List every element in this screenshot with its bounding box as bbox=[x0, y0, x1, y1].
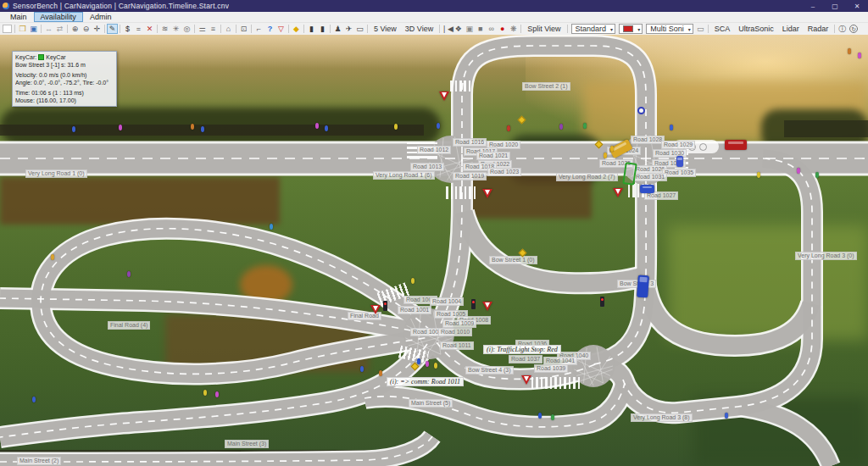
pedestrian-icon[interactable]: ♟ bbox=[332, 24, 343, 34]
toolbar-separator bbox=[330, 25, 331, 33]
keycar-location: Bow Street 3 [-1] s: 31.6 m bbox=[15, 61, 114, 69]
sensor-select[interactable]: Multi Soni▾ bbox=[646, 24, 693, 34]
road-label: Final Road (4) bbox=[108, 321, 150, 330]
lidar-button[interactable]: Lidar bbox=[778, 24, 804, 34]
toolbar-separator bbox=[14, 25, 15, 33]
toolbar-separator bbox=[367, 25, 368, 33]
junction-icon[interactable]: ✳ bbox=[170, 24, 181, 34]
pan-icon[interactable]: ✛ bbox=[92, 24, 103, 34]
barrier-icon[interactable]: ≋ bbox=[159, 24, 170, 34]
app-icon bbox=[3, 3, 9, 9]
key-car[interactable] bbox=[637, 275, 649, 298]
pedestrian bbox=[270, 224, 273, 230]
blank-box-icon[interactable] bbox=[3, 25, 12, 33]
pedestrian bbox=[191, 124, 194, 130]
map-viewport[interactable]: KeyCar:KeyCar Bow Street 3 [-1] s: 31.6 … bbox=[0, 35, 868, 466]
settings-icon[interactable]: ❋ bbox=[508, 24, 519, 34]
delete-icon[interactable]: ✕ bbox=[144, 24, 155, 34]
sync-icon[interactable]: ⇄ bbox=[54, 24, 65, 34]
undo-icon[interactable]: ↔ bbox=[43, 24, 54, 34]
menu-admin[interactable]: Admin bbox=[83, 12, 119, 22]
view-mode-select[interactable]: Standard▾ bbox=[571, 24, 616, 34]
roundabout-icon[interactable]: ◎ bbox=[181, 24, 192, 34]
green-outline-car[interactable] bbox=[622, 162, 637, 186]
record-icon[interactable]: ● bbox=[497, 24, 508, 34]
road-label: Road 1004 bbox=[430, 297, 464, 306]
blue-moto[interactable] bbox=[676, 156, 683, 167]
maximize-button[interactable]: ▢ bbox=[824, 0, 846, 12]
car-toggle-icon[interactable]: ▭ bbox=[695, 24, 706, 34]
close-button[interactable]: ✕ bbox=[846, 0, 868, 12]
query-icon[interactable]: ? bbox=[264, 24, 275, 34]
road-label: Road 1031 bbox=[633, 173, 667, 181]
color-select[interactable]: ▾ bbox=[619, 24, 643, 34]
detach-icon[interactable]: ∞ bbox=[486, 24, 497, 34]
split-view-button[interactable]: Split View bbox=[523, 24, 565, 34]
three-d-view-button[interactable]: 3D View bbox=[401, 24, 437, 34]
keycar-value: KeyCar bbox=[46, 54, 65, 60]
center-view-icon[interactable]: ❖ bbox=[453, 24, 464, 34]
yield-sign bbox=[439, 92, 449, 101]
frame-icon[interactable]: ⊡ bbox=[238, 24, 249, 34]
pedestrian bbox=[127, 271, 131, 277]
traffic-light-2-icon[interactable]: ▮ bbox=[317, 24, 328, 34]
lanes-icon[interactable]: ⚌ bbox=[197, 24, 208, 34]
road-label: Road 1029 bbox=[661, 141, 695, 149]
road-label: Very Long Road 1 (6) bbox=[373, 171, 435, 180]
radar-button[interactable]: Radar bbox=[804, 24, 833, 34]
pedestrian bbox=[315, 123, 319, 129]
history-icon[interactable]: ↻ bbox=[849, 25, 858, 33]
tree-band-right bbox=[761, 109, 868, 152]
cost-icon[interactable]: $ bbox=[122, 24, 133, 34]
plane-icon[interactable]: ✈ bbox=[343, 24, 354, 34]
five-view-button[interactable]: 5 View bbox=[370, 24, 401, 34]
zoom-in-icon[interactable]: ⊕ bbox=[70, 24, 81, 34]
pedestrian bbox=[417, 358, 420, 364]
blue-car[interactable] bbox=[640, 185, 654, 193]
road-label: Main Street (2) bbox=[17, 457, 61, 465]
toolbar-separator bbox=[708, 25, 709, 33]
pedestrian bbox=[610, 146, 614, 152]
pedestrian bbox=[551, 414, 554, 420]
road-label: Bow Street 4 (3) bbox=[465, 366, 514, 374]
menubar: MainAvailabilityAdmin bbox=[0, 12, 868, 23]
crosswalk bbox=[531, 377, 581, 389]
sca-button[interactable]: SCA bbox=[710, 24, 735, 34]
zoom-out-icon[interactable]: ⊖ bbox=[81, 24, 92, 34]
lock-icon[interactable]: ▣ bbox=[464, 24, 475, 34]
yield-sign-icon[interactable]: ▽ bbox=[275, 24, 287, 34]
signal-mast-icon[interactable]: ⌐ bbox=[253, 24, 264, 34]
priority-sign-icon[interactable]: ◆ bbox=[291, 24, 302, 34]
pedestrian bbox=[394, 124, 398, 130]
skip-start-icon[interactable]: ❘◀ bbox=[442, 24, 453, 34]
toolbar-separator bbox=[104, 25, 105, 33]
minimize-button[interactable]: – bbox=[802, 0, 824, 12]
toolbar-separator bbox=[303, 25, 304, 33]
pedestrian bbox=[797, 168, 800, 174]
lane-link-icon[interactable]: = bbox=[133, 24, 144, 34]
pedestrian bbox=[815, 172, 819, 178]
menu-main[interactable]: Main bbox=[3, 12, 34, 22]
road-label: Road 1010 bbox=[438, 328, 472, 336]
light-sign bbox=[471, 299, 476, 309]
list-icon[interactable]: ≡ bbox=[208, 24, 219, 34]
pedestrian bbox=[507, 125, 510, 131]
stop-icon[interactable]: ■ bbox=[475, 24, 486, 34]
car-icon[interactable]: ▭ bbox=[354, 24, 365, 34]
app-window: SensorBench | CarNavigation | CarNavigat… bbox=[0, 0, 868, 466]
info-icon[interactable]: ⓘ bbox=[837, 24, 848, 34]
menu-availability[interactable]: Availability bbox=[34, 12, 83, 22]
mouse-position: Mouse: (116.00, 17.00) bbox=[15, 97, 114, 104]
open-file-icon[interactable]: ❒ bbox=[17, 24, 28, 34]
depot-icon[interactable]: ⌂ bbox=[223, 24, 234, 34]
save-icon[interactable]: ▣ bbox=[28, 24, 39, 34]
toolbar-separator bbox=[120, 25, 120, 33]
road-label: Very Long Road 2 (7) bbox=[556, 173, 618, 181]
select-tool-icon[interactable]: ✎ bbox=[107, 24, 118, 34]
light-sign bbox=[600, 297, 604, 307]
ultrasonic-button[interactable]: UltraSonic bbox=[734, 24, 778, 34]
red-car[interactable] bbox=[725, 140, 747, 150]
yield-sign bbox=[482, 302, 492, 311]
traffic-light-icon[interactable]: ▮ bbox=[306, 24, 317, 34]
diamond-sign bbox=[595, 141, 604, 149]
